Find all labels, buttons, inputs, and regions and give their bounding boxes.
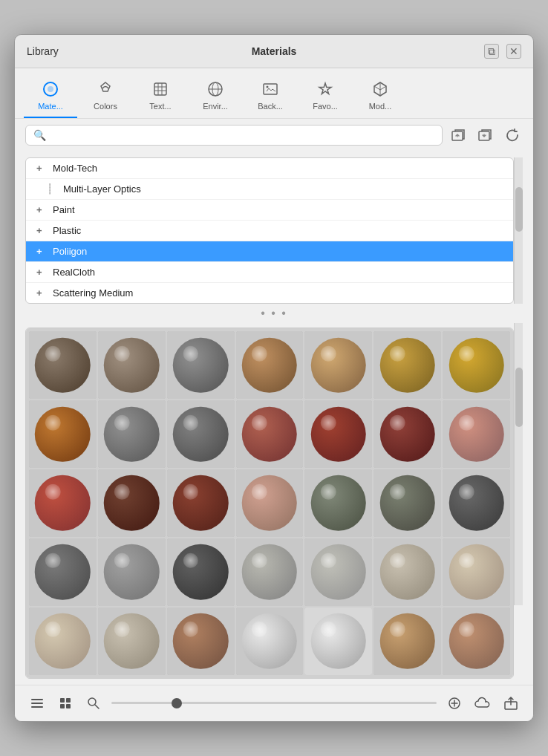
share-icon[interactable] <box>500 693 521 714</box>
list-panel-main: + Mold-Tech ┊ Multi-Layer Optics + Paint… <box>25 157 514 304</box>
tab-models[interactable]: Mod... <box>353 74 407 118</box>
material-cell[interactable] <box>29 331 97 399</box>
close-button[interactable]: ✕ <box>506 44 521 59</box>
list-item-multi-layer[interactable]: ┊ Multi-Layer Optics <box>26 179 513 200</box>
zoom-search-icon[interactable] <box>83 693 104 714</box>
list-panel-wrapper: + Mold-Tech ┊ Multi-Layer Optics + Paint… <box>25 157 523 304</box>
material-cell[interactable] <box>167 607 235 675</box>
list-item-paint[interactable]: + Paint <box>26 200 513 221</box>
material-cell[interactable] <box>236 469 304 537</box>
material-cell[interactable] <box>443 400 510 468</box>
list-view-icon[interactable] <box>27 693 48 714</box>
list-item-plastic[interactable]: + Plastic <box>26 221 513 241</box>
list-item-mold-tech[interactable]: + Mold-Tech <box>26 158 513 179</box>
material-cell[interactable] <box>29 538 97 606</box>
material-cell[interactable] <box>304 331 372 399</box>
toolbar: 🔍 <box>15 119 533 151</box>
material-cell[interactable] <box>304 469 372 537</box>
add-icon[interactable] <box>444 693 465 714</box>
restore-button[interactable]: ⧉ <box>484 44 499 59</box>
tab-textures-label: Text... <box>149 102 171 111</box>
import-icon[interactable] <box>448 125 469 146</box>
material-cell[interactable] <box>167 400 235 468</box>
material-cell[interactable] <box>374 607 441 675</box>
tab-favorites[interactable]: Favo... <box>299 74 352 118</box>
tab-textures[interactable]: Text... <box>134 74 187 118</box>
materials-grid <box>25 328 514 678</box>
expand-icon: + <box>36 163 47 174</box>
list-scrollbar-thumb[interactable] <box>515 187 523 232</box>
material-cell[interactable] <box>236 607 304 675</box>
material-cell[interactable] <box>236 331 304 399</box>
material-cell[interactable] <box>236 400 304 468</box>
material-cell[interactable] <box>236 538 304 606</box>
material-cell[interactable] <box>374 400 441 468</box>
zoom-slider[interactable] <box>111 702 437 704</box>
list-item-scattering[interactable]: + Scattering Medium <box>26 283 513 303</box>
svg-rect-10 <box>264 84 277 94</box>
material-cell[interactable] <box>443 538 510 606</box>
material-cell[interactable] <box>98 331 166 399</box>
library-window: Library Materials ⧉ ✕ Mate... <box>14 34 534 721</box>
svg-rect-17 <box>60 698 65 703</box>
list-item-label: Poliigon <box>53 246 87 257</box>
refresh-icon[interactable] <box>502 125 523 146</box>
cloud-icon[interactable] <box>472 693 493 714</box>
expand-icon: + <box>36 246 47 257</box>
category-list: + Mold-Tech ┊ Multi-Layer Optics + Paint… <box>25 157 514 304</box>
tab-models-label: Mod... <box>369 102 392 111</box>
content-area: + Mold-Tech ┊ Multi-Layer Optics + Paint… <box>15 151 533 684</box>
tab-backplates-label: Back... <box>258 102 283 111</box>
list-item-label: Multi-Layer Optics <box>63 183 141 195</box>
material-cell[interactable] <box>167 469 235 537</box>
material-grid-inner <box>26 328 513 677</box>
material-cell[interactable] <box>167 538 235 606</box>
tab-backplates[interactable]: Back... <box>244 74 297 118</box>
material-cell[interactable] <box>29 469 97 537</box>
bottom-bar <box>15 685 533 721</box>
tab-bar: Mate... Colors Text... <box>15 68 533 119</box>
material-cell[interactable] <box>98 469 166 537</box>
search-box[interactable]: 🔍 <box>25 125 443 146</box>
material-cell[interactable] <box>98 400 166 468</box>
material-cell[interactable] <box>443 331 510 399</box>
slider-thumb[interactable] <box>172 698 182 708</box>
list-item-label: Paint <box>53 204 75 215</box>
material-cell[interactable] <box>29 400 97 468</box>
grid-panel-wrapper <box>25 323 523 678</box>
tab-colors[interactable]: Colors <box>79 74 132 118</box>
list-scrollbar[interactable] <box>514 157 523 304</box>
material-cell[interactable] <box>98 607 166 675</box>
title-bar-controls: ⧉ ✕ <box>484 44 521 59</box>
list-item-realcloth[interactable]: + RealCloth <box>26 262 513 283</box>
models-icon <box>370 79 391 100</box>
search-input[interactable] <box>50 130 434 141</box>
material-cell[interactable] <box>304 538 372 606</box>
material-cell[interactable] <box>29 607 97 675</box>
material-cell[interactable] <box>443 607 510 675</box>
material-cell[interactable] <box>374 469 441 537</box>
material-cell[interactable] <box>374 538 441 606</box>
tab-materials-label: Mate... <box>38 102 63 111</box>
material-cell[interactable] <box>374 331 441 399</box>
tab-materials[interactable]: Mate... <box>24 74 77 118</box>
materials-icon <box>40 79 61 100</box>
material-cell[interactable] <box>443 469 510 537</box>
tab-environments[interactable]: Envir... <box>189 74 242 118</box>
svg-point-1 <box>48 86 53 92</box>
grid-scrollbar[interactable] <box>514 323 523 605</box>
list-item-poliigon[interactable]: + Poliigon <box>26 241 513 262</box>
material-cell[interactable] <box>304 607 372 675</box>
material-cell[interactable] <box>304 400 372 468</box>
grid-view-icon[interactable] <box>55 693 76 714</box>
material-cell[interactable] <box>98 538 166 606</box>
search-icon: 🔍 <box>33 129 46 141</box>
expand-icon: + <box>36 287 47 299</box>
svg-rect-18 <box>66 698 71 703</box>
list-item-label: Scattering Medium <box>53 287 133 299</box>
export-icon[interactable] <box>475 125 496 146</box>
grid-scrollbar-thumb[interactable] <box>515 368 523 427</box>
list-item-label: RealCloth <box>53 267 95 278</box>
material-cell[interactable] <box>167 331 235 399</box>
colors-icon <box>95 79 116 100</box>
